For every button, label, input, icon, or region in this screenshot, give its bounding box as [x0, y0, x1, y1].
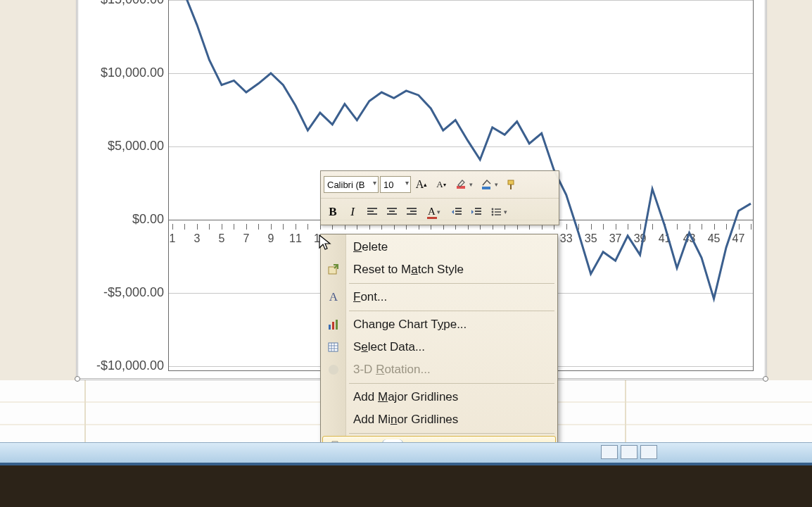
svg-point-5 [491, 211, 493, 213]
reset-icon [326, 263, 341, 277]
align-left-button[interactable] [363, 203, 381, 221]
menu-item-label: Change Chart Type... [353, 318, 467, 332]
format-painter-button[interactable] [502, 175, 521, 194]
view-layout-button[interactable] [621, 445, 637, 459]
bold-icon: B [329, 205, 336, 219]
shrink-font-button[interactable]: A▾ [432, 175, 450, 194]
align-left-icon [367, 207, 378, 217]
grow-font-button[interactable]: A▴ [412, 175, 431, 194]
svg-rect-11 [329, 343, 338, 351]
view-pagebreak-button[interactable] [640, 445, 657, 459]
view-normal-button[interactable] [601, 445, 618, 459]
svg-rect-8 [329, 325, 331, 330]
fill-icon [481, 178, 493, 191]
menu-item-label: Add Major Gridlines [353, 390, 458, 404]
italic-icon: I [350, 205, 355, 219]
svg-rect-10 [336, 320, 338, 330]
bullets-button[interactable]: ▾ [487, 203, 511, 221]
y-axis-label: $15,000.00 [94, 0, 164, 7]
shrink-font-icon: A▾ [436, 179, 445, 190]
svg-rect-9 [332, 322, 334, 330]
menu-item-label: Font... [353, 290, 387, 304]
font-name-combo[interactable]: Calibri (B [324, 176, 379, 193]
svg-point-4 [491, 208, 493, 210]
bullets-icon [491, 207, 502, 217]
svg-rect-3 [510, 184, 512, 189]
align-center-button[interactable] [383, 203, 401, 221]
y-axis-label: $0.00 [94, 212, 164, 227]
decrease-indent-icon [451, 207, 462, 217]
rotation-icon [326, 363, 341, 377]
svg-rect-1 [482, 187, 490, 189]
fill-color-button[interactable]: ▾ [477, 175, 501, 194]
svg-point-6 [491, 213, 493, 215]
menu-item-change_type[interactable]: Change Chart Type... [321, 313, 557, 336]
context-menu: DeleteReset to Match StyleAFont...Change… [320, 234, 558, 461]
increase-indent-button[interactable] [467, 203, 486, 221]
grow-font-icon: A▴ [416, 178, 428, 191]
paintbrush-icon [505, 178, 518, 191]
y-axis-label: $10,000.00 [94, 65, 164, 80]
menu-item-label: 3-D Rotation... [353, 363, 431, 377]
font-color-icon: A [428, 206, 436, 218]
menu-item-rotation: 3-D Rotation... [321, 358, 557, 381]
align-right-icon [406, 207, 417, 217]
font-color-button[interactable]: A▾ [422, 203, 446, 221]
highlight-color-button[interactable]: ▾ [452, 175, 476, 194]
font-size-combo[interactable]: 10 [380, 176, 411, 193]
menu-item-reset[interactable]: Reset to Match Style [321, 258, 557, 281]
change_type-icon [326, 318, 341, 332]
bold-button[interactable]: B [324, 203, 342, 221]
align-center-icon [386, 207, 398, 217]
menu-item-major_grid[interactable]: Add Major Gridlines [321, 386, 557, 408]
menu-item-minor_grid[interactable]: Add Minor Gridlines [321, 408, 557, 431]
font-icon: A [326, 290, 341, 304]
status-bar [0, 442, 812, 463]
letterbox-bottom [0, 465, 812, 507]
svg-rect-2 [508, 180, 514, 184]
align-right-button[interactable] [402, 203, 421, 221]
y-axis-label: $5,000.00 [94, 139, 164, 154]
italic-button[interactable]: I [343, 203, 362, 221]
menu-item-label: Delete [353, 240, 388, 254]
menu-item-label: Add Minor Gridlines [353, 413, 458, 427]
select_data-icon [326, 340, 341, 354]
menu-item-label: Select Data... [353, 340, 425, 354]
menu-item-font[interactable]: AFont... [321, 286, 557, 308]
highlight-icon [455, 178, 468, 191]
menu-item-select_data[interactable]: Select Data... [321, 336, 557, 358]
menu-item-label: Reset to Match Style [353, 263, 464, 277]
y-axis-label: -$10,000.00 [94, 358, 164, 373]
decrease-indent-button[interactable] [448, 203, 466, 221]
menu-item-delete[interactable]: Delete [321, 236, 557, 258]
svg-point-12 [329, 365, 338, 375]
increase-indent-icon [471, 207, 482, 217]
mini-toolbar: Calibri (B 10 A▴ A▾ ▾ ▾ B I [320, 170, 559, 225]
y-axis-label: -$5,000.00 [94, 285, 164, 300]
